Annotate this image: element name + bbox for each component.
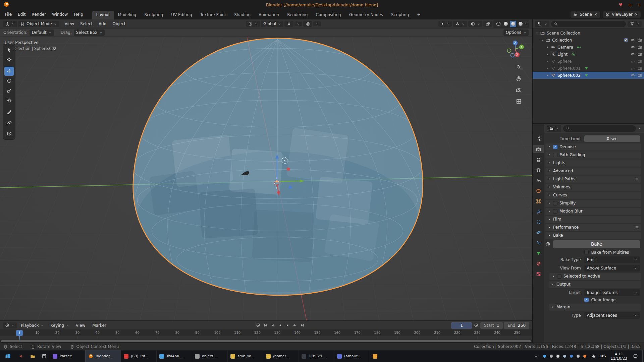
timeline-scrollbar[interactable] xyxy=(0,340,532,343)
properties-tab-world[interactable] xyxy=(533,187,544,195)
tray-scissors-icon[interactable] xyxy=(577,355,580,358)
snap-settings-dropdown[interactable] xyxy=(294,21,302,26)
tray-steam-icon[interactable] xyxy=(563,355,566,358)
tab-scripting[interactable]: Scripting xyxy=(387,11,413,19)
panel-bake[interactable]: Bake xyxy=(545,232,641,239)
menu-lines-icon[interactable] xyxy=(635,225,639,229)
tab-modeling[interactable]: Modeling xyxy=(114,11,141,19)
toggle-visibility-icon[interactable] xyxy=(631,73,635,77)
timeline-track[interactable] xyxy=(0,336,532,340)
tab-texture-paint[interactable]: Texture Paint xyxy=(196,11,230,19)
camera-view-button[interactable] xyxy=(515,86,523,94)
viewlayer-selector[interactable]: ViewLayer xyxy=(603,11,641,18)
panel-denoise[interactable]: Denoise xyxy=(545,143,641,150)
outliner-row-sphere-002[interactable]: Sphere.002 xyxy=(533,72,644,79)
checkbox-bake-from-multires[interactable] xyxy=(584,250,589,254)
show-desktop-button[interactable] xyxy=(642,350,644,362)
pan-button[interactable] xyxy=(515,75,523,82)
disable-in-render-icon[interactable] xyxy=(638,66,642,70)
disable-in-render-icon[interactable] xyxy=(638,52,642,56)
tool-add-primitive[interactable] xyxy=(4,129,14,138)
toggle-ortho-button[interactable] xyxy=(515,98,523,105)
scene-selector[interactable]: Scene xyxy=(571,11,600,18)
taskbar-app-smb-a[interactable]: smb://a... xyxy=(227,350,263,362)
outliner-editor-type-button[interactable] xyxy=(535,21,549,27)
panel-performance[interactable]: Performance xyxy=(545,224,641,231)
quicklaunch-folder[interactable] xyxy=(27,350,38,362)
expander-icon[interactable] xyxy=(545,60,550,63)
timeline-scrollbar-thumb[interactable] xyxy=(1,340,531,342)
menu-render[interactable]: Render xyxy=(29,11,49,18)
outliner-row-scene-collection[interactable]: Scene Collection xyxy=(533,29,644,37)
menu-edit[interactable]: Edit xyxy=(15,11,29,18)
view-from-dropdown[interactable]: Above Surface xyxy=(584,265,640,272)
target-dropdown[interactable]: Image Textures xyxy=(584,289,640,296)
tab-animation[interactable]: Animation xyxy=(255,11,283,19)
properties-tab-object-data[interactable] xyxy=(533,249,544,257)
tab-geometry-nodes[interactable]: Geometry Nodes xyxy=(345,11,387,19)
tool-move[interactable] xyxy=(4,67,14,76)
render-checkbox[interactable] xyxy=(624,38,628,42)
tool-rotate[interactable] xyxy=(4,76,14,85)
shading-solid-button[interactable] xyxy=(502,21,509,27)
taskbar-clock[interactable]: 4:1111/10/23 xyxy=(610,351,628,361)
tool-tweak-select[interactable] xyxy=(4,45,14,54)
shading-rendered-button[interactable] xyxy=(517,21,524,27)
menu-file[interactable]: File xyxy=(2,11,15,18)
tool-scale[interactable] xyxy=(4,86,14,95)
start-button[interactable] xyxy=(0,350,15,362)
next-keyframe-button[interactable] xyxy=(292,322,298,328)
properties-tab-material[interactable] xyxy=(533,259,544,267)
timeline-menu-playback[interactable]: Playback xyxy=(18,322,47,329)
xray-toggle[interactable] xyxy=(483,21,492,27)
bake-type-dropdown[interactable]: Emit xyxy=(584,256,640,263)
viewport-menu-add[interactable]: Add xyxy=(96,20,109,27)
tab-compositing[interactable]: Compositing xyxy=(312,11,345,19)
panel-simplify[interactable]: Simplify xyxy=(545,200,641,207)
editor-type-button[interactable] xyxy=(3,21,17,27)
taskbar-app-amalie[interactable]: (amalie... xyxy=(334,350,370,362)
outliner-search-input[interactable] xyxy=(551,21,626,27)
tab-item[interactable]: + xyxy=(413,11,424,19)
toggle-visibility-icon[interactable] xyxy=(631,66,635,70)
disable-in-render-icon[interactable] xyxy=(638,38,642,42)
tool-annotate[interactable] xyxy=(4,108,14,117)
tab-shading[interactable]: Shading xyxy=(230,11,255,19)
outliner-row-camera[interactable]: Camera xyxy=(533,44,644,51)
expander-icon[interactable] xyxy=(545,74,550,77)
tab-layout[interactable]: Layout xyxy=(92,11,114,19)
outliner-row-light[interactable]: Light xyxy=(533,51,644,58)
shading-wireframe-button[interactable] xyxy=(495,21,501,27)
shading-material-preview-button[interactable] xyxy=(510,21,516,27)
properties-tab-scene[interactable] xyxy=(533,176,544,184)
toggle-visibility-icon[interactable] xyxy=(631,52,635,56)
disable-in-render-icon[interactable] xyxy=(638,73,642,77)
tray-chevron-up[interactable] xyxy=(533,353,539,359)
navigation-gizmo[interactable]: ZYX xyxy=(506,40,525,58)
tab-sculpting[interactable]: Sculpting xyxy=(140,11,167,19)
taskbar-app-object[interactable]: object ... xyxy=(192,350,227,362)
taskbar-app-blender[interactable]: Blender... xyxy=(85,350,121,362)
panel-light-paths[interactable]: Light Paths xyxy=(545,176,641,183)
bake-button[interactable]: Bake xyxy=(553,240,640,248)
menu-window[interactable]: Window xyxy=(49,11,71,18)
panel-curves[interactable]: Curves xyxy=(545,192,641,199)
properties-tab-object[interactable] xyxy=(533,197,544,205)
taskbar-app-69-esf[interactable]: (69) Esf... xyxy=(121,350,156,362)
window-pin-button[interactable]: ♥ xyxy=(619,3,623,7)
properties-editor-type-button[interactable] xyxy=(547,125,561,132)
mode-selector[interactable]: Object Mode xyxy=(18,21,59,27)
checkbox-denoise[interactable] xyxy=(553,145,557,149)
viewport-3d[interactable]: User Perspective (1) Collection | Sphere… xyxy=(0,37,532,320)
viewport-menu-view[interactable]: View xyxy=(62,20,77,27)
tool-transform[interactable] xyxy=(4,96,14,105)
properties-tab-view-layer[interactable] xyxy=(533,166,544,174)
properties-tab-modifiers[interactable] xyxy=(533,207,544,216)
zoom-button[interactable] xyxy=(515,64,523,71)
panel-selected-to-active[interactable]: Selected to Active xyxy=(549,273,641,280)
disable-in-render-icon[interactable] xyxy=(638,59,642,63)
panel-path-guiding[interactable]: Path Guiding xyxy=(545,152,641,159)
panel-volumes[interactable]: Volumes xyxy=(545,184,641,191)
quicklaunch-notes[interactable] xyxy=(38,350,50,362)
snap-toggle[interactable] xyxy=(284,21,293,27)
